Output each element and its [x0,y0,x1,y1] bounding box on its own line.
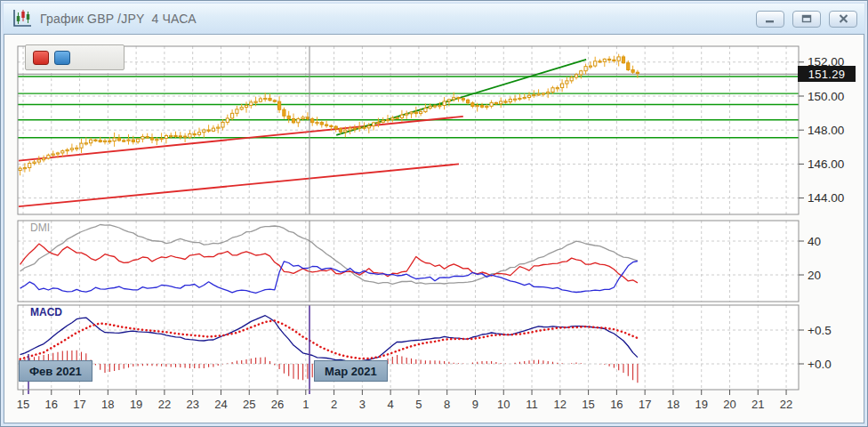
chart-window: График GBP /JPY 4 ЧАСА 152.00150.00148.0… [0,0,868,427]
svg-text:20: 20 [723,398,735,411]
svg-text:18: 18 [667,398,679,411]
month-label-feb: Фев 2021 [19,360,92,382]
svg-text:25: 25 [243,398,255,411]
svg-text:144.00: 144.00 [808,191,844,205]
candlestick-chart-icon [12,9,33,28]
svg-text:17: 17 [73,398,85,411]
svg-text:16: 16 [610,398,623,411]
window-controls [756,11,857,28]
month-label-mar: Мар 2021 [314,360,388,382]
svg-text:22: 22 [780,398,792,411]
chart-panels [18,46,799,390]
svg-text:15: 15 [582,398,594,411]
window-title: График GBP /JPY 4 ЧАСА [40,12,197,26]
time-axis: 1516171819222324252612345891011121516171… [17,390,793,411]
svg-text:5: 5 [415,398,422,411]
svg-text:26: 26 [271,398,284,411]
svg-text:1: 1 [302,398,309,411]
svg-text:19: 19 [130,398,142,411]
svg-text:3: 3 [359,398,366,411]
svg-text:+0.0: +0.0 [808,358,832,371]
current-price-label: 151.29 [798,66,856,82]
minimize-icon [765,15,776,23]
svg-text:40: 40 [808,235,821,248]
svg-text:17: 17 [639,398,651,411]
svg-text:146.00: 146.00 [808,157,844,171]
svg-text:10: 10 [497,398,510,411]
svg-text:20: 20 [808,269,821,282]
macd-panel-label: MACD [30,307,62,318]
close-icon [839,14,848,23]
svg-text:19: 19 [695,398,707,411]
red-marker-button[interactable] [33,51,49,65]
chart-canvas[interactable]: 152.00150.00148.00146.00144.004020+0.5+0… [4,35,865,424]
title-bar[interactable]: График GBP /JPY 4 ЧАСА [4,4,864,34]
blue-marker-button[interactable] [54,51,70,65]
svg-text:23: 23 [186,398,198,411]
svg-text:11: 11 [526,398,538,411]
svg-text:148.00: 148.00 [808,124,844,137]
restore-button[interactable] [792,11,821,28]
svg-text:21: 21 [751,398,764,411]
svg-text:12: 12 [554,398,567,411]
restore-icon [801,14,812,23]
svg-text:24: 24 [214,398,227,411]
svg-text:22: 22 [158,398,171,411]
svg-text:4: 4 [388,398,394,411]
svg-text:16: 16 [45,398,58,411]
price-axis: 152.00150.00148.00146.00144.004020+0.5+0… [799,55,844,370]
chart-client-area: 152.00150.00148.00146.00144.004020+0.5+0… [4,34,864,423]
svg-text:+0.5: +0.5 [808,324,832,337]
close-button[interactable] [829,11,857,28]
minimize-button[interactable] [756,11,784,28]
svg-text:9: 9 [472,398,478,411]
svg-text:8: 8 [444,398,450,411]
svg-text:18: 18 [101,398,114,411]
svg-text:2: 2 [331,398,337,411]
chart-toolbar [25,44,125,70]
svg-text:15: 15 [17,398,29,411]
svg-text:150.00: 150.00 [808,90,844,103]
dmi-panel-label: DMI [30,222,50,233]
